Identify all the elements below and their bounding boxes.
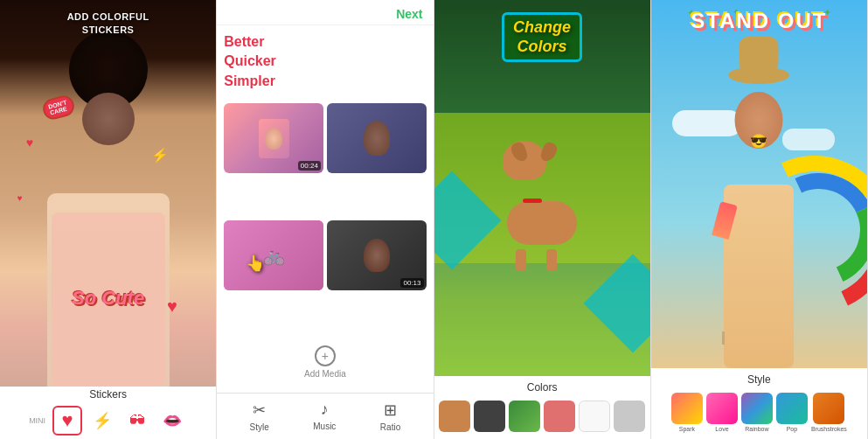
media-grid: 00:24 🚲 👆 00:13 <box>224 103 426 333</box>
style-label: Style <box>651 368 867 389</box>
style-icon: ✂ <box>253 401 266 420</box>
media-panel: Next BetterQuickerSimpler 00:24 <box>217 0 434 439</box>
stickers-label: Stickers <box>0 387 216 402</box>
media-thumb-1[interactable]: 00:24 <box>224 103 323 173</box>
colors-screen: ChangeColors <box>434 0 650 376</box>
brushstrokes-label: Brushstrokes <box>811 426 847 432</box>
heart-sticker-2: ♥ <box>17 193 23 203</box>
music-label: Music <box>313 422 336 431</box>
cloud-1 <box>672 110 742 136</box>
duration-1: 00:24 <box>298 161 321 171</box>
music-tool[interactable]: ♪ Music <box>313 401 336 432</box>
heart-sticker-1: ♥ <box>26 136 33 150</box>
style-swatch-rainbow[interactable]: Rainbow <box>741 393 773 432</box>
swatch-3[interactable] <box>509 401 540 432</box>
colors-bottom: Colors <box>434 376 650 439</box>
lips-sticker-button[interactable]: 👄 <box>157 406 187 436</box>
music-icon: ♪ <box>321 401 329 419</box>
sticker-toolbar[interactable]: MINI ♥ ⚡ 🕶 👄 <box>0 402 216 439</box>
bolt-sticker: ⚡ <box>151 147 169 164</box>
spark-swatch-img <box>671 393 703 424</box>
ratio-icon: ⊞ <box>384 401 397 420</box>
sunglasses: 😎 <box>750 133 767 150</box>
next-button[interactable]: Next <box>396 7 422 21</box>
stand-out-text: STAND OUT <box>651 9 867 33</box>
so-cute-sticker: So Cute <box>72 287 144 310</box>
heart-sticker-button[interactable]: ♥ <box>52 406 82 436</box>
panel-title: ADD COLORFULSTICKERS <box>0 10 216 38</box>
style-tool[interactable]: ✂ Style <box>250 401 269 432</box>
spark-label: Spark <box>679 426 695 432</box>
style-swatch-love[interactable]: Love <box>706 393 738 432</box>
style-panel: ✦ ✦ ✦ ✦ STAND OUT 😎 Style Spark <box>651 0 868 439</box>
love-label: Love <box>715 426 728 432</box>
swatch-2[interactable] <box>474 401 505 432</box>
dog-body <box>507 201 577 245</box>
ratio-label: Ratio <box>380 422 400 432</box>
so-cute-heart-sticker: ♥ <box>167 296 177 317</box>
top-nav: Next <box>217 0 433 25</box>
glasses-sticker-button[interactable]: 🕶 <box>122 406 152 436</box>
style-screen: ✦ ✦ ✦ ✦ STAND OUT 😎 <box>651 0 867 368</box>
add-media-icon: + <box>315 345 336 366</box>
rainbow-swatch-img <box>741 393 773 424</box>
dog-leg-2 <box>546 249 557 271</box>
style-swatch-pop[interactable]: Pop <box>776 393 808 432</box>
media-thumb-4[interactable]: 00:13 <box>327 220 427 290</box>
dog-collar <box>523 199 542 203</box>
media-thumb-3[interactable]: 🚲 👆 <box>224 220 323 290</box>
style-swatch-spark[interactable]: Spark <box>671 393 703 432</box>
left-section: BetterQuickerSimpler 00:24 🚲 <box>224 32 426 386</box>
change-colors-box: ChangeColors <box>502 12 582 62</box>
pop-label: Pop <box>787 426 797 432</box>
woman-hat <box>728 66 789 84</box>
pop-swatch-img <box>776 393 808 424</box>
add-media-button[interactable]: + Add Media <box>224 338 426 386</box>
swatch-5[interactable] <box>579 401 610 432</box>
brushstrokes-swatch-img <box>813 393 844 424</box>
mini-label: MINI <box>29 416 45 425</box>
stickers-screen: ADD COLORFULSTICKERS DON'TCARE ⚡ ♥ ♥ So … <box>0 0 216 387</box>
add-media-label: Add Media <box>304 369 346 379</box>
rainbow-label: Rainbow <box>745 426 768 432</box>
media-thumb-2[interactable] <box>327 103 427 173</box>
swatch-1[interactable] <box>439 401 470 432</box>
swatch-6[interactable] <box>614 401 645 432</box>
style-swatches[interactable]: Spark Love Rainbow Pop Brushstrokes <box>651 389 867 439</box>
diamond-right <box>583 254 650 352</box>
duration-4: 00:13 <box>400 278 423 288</box>
stickers-panel: ADD COLORFULSTICKERS DON'TCARE ⚡ ♥ ♥ So … <box>0 0 217 439</box>
stickers-bottom: Stickers MINI ♥ ⚡ 🕶 👄 <box>0 387 216 439</box>
popsicle-stick <box>722 331 725 345</box>
color-swatches[interactable] <box>434 397 650 439</box>
dog-leg-1 <box>516 249 526 271</box>
ratio-tool[interactable]: ⊞ Ratio <box>380 401 400 432</box>
change-colors-text: ChangeColors <box>513 18 571 56</box>
style-label: Style <box>250 422 269 432</box>
style-swatch-brushstrokes[interactable]: Brushstrokes <box>811 393 847 432</box>
cloud-2 <box>782 129 835 150</box>
love-swatch-img <box>706 393 738 424</box>
promo-text: BetterQuickerSimpler <box>224 32 426 91</box>
colors-panel: ChangeColors Colors <box>434 0 651 439</box>
swatch-4[interactable] <box>544 401 575 432</box>
colors-label: Colors <box>434 376 650 397</box>
style-bottom: Style Spark Love Rainbow Pop Brushstroke… <box>651 368 867 439</box>
media-toolbar: ✂ Style ♪ Music ⊞ Ratio <box>217 393 433 439</box>
bolt-sticker-button[interactable]: ⚡ <box>87 406 117 436</box>
